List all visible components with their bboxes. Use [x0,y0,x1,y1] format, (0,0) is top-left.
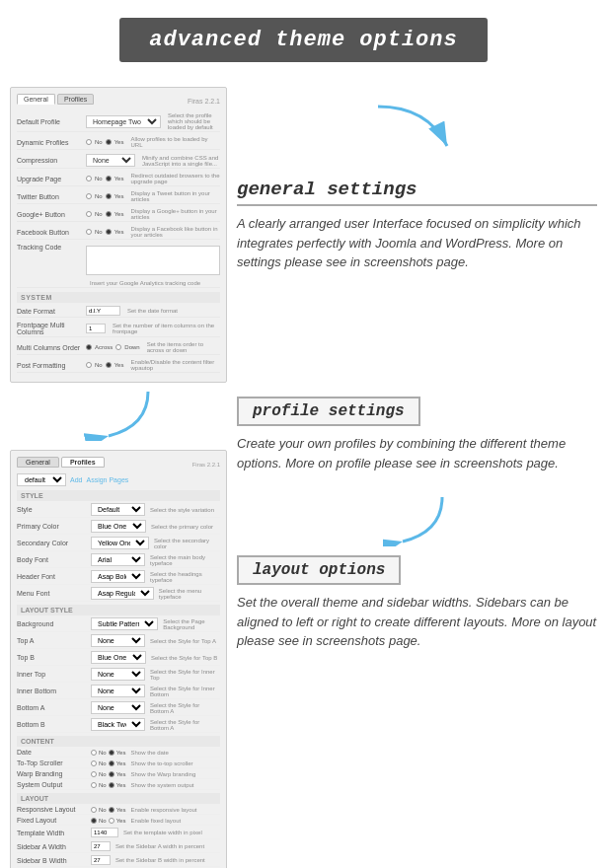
mockup-label-twitter: Twitter Button [17,193,86,200]
mockup-radio-yes-postformat[interactable] [106,362,112,368]
profile-select-menufont[interactable]: Asap Regular [91,587,154,600]
mockup-desc-google: Display a Google+ button in your article… [130,208,220,220]
mockup-radio-no-google[interactable] [86,211,92,217]
profile-radio-yes-totop[interactable] [109,760,114,766]
profile-radio-yes-sysout[interactable] [109,782,114,788]
profile-radio-no-brand[interactable] [91,771,97,777]
profile-label-bg: Background [17,620,91,627]
profile-label-innertop: Inner Top [17,671,91,678]
profile-tabs: General Profiles [17,457,105,468]
mockup-radio-yes-fb[interactable] [106,229,112,235]
profile-control-innertop: None Select the Style for Inner Top [91,668,220,681]
profile-radio-yes-fixed[interactable] [109,818,114,824]
profile-select-bodyfont[interactable]: Arial [91,553,145,566]
mockup-radio-yes-dynamic[interactable] [106,139,112,145]
profile-control-menufont: Asap Regular Select the menu typeface [91,587,220,600]
mockup-label-default-profile: Default Profile [17,118,86,125]
profile-row-sidebara-w: Sidebar A Width Set the Sidebar A width … [17,841,220,853]
layout-desc: Set the overall theme and sidebar widths… [237,593,597,651]
profile-control-primary: Blue One Select the primary color [91,520,220,533]
mockup-tab-general[interactable]: General [17,94,55,105]
profile-select-bottomb[interactable]: Black Two [91,718,145,731]
profile-row-responsive: Responsive Layout No Yes Enable responsi… [17,806,220,815]
mockup-control-date: Set the date format [86,306,220,316]
profile-label-bottomb: Bottom B [17,721,91,728]
profile-select-primary[interactable]: Blue One [91,520,146,533]
profile-select-secondary[interactable]: Yellow One [91,537,149,549]
mockup-select-compression[interactable]: None [86,154,135,167]
mockup-radio-no-postformat[interactable] [86,362,92,368]
profile-label-secondary: Secondary Color [17,540,91,546]
mockup-tabs: General Profiles [17,94,94,105]
profile-desc-sysout: Show the system output [130,782,193,788]
mockup-control-tracking: Insert your Google Analytics tracking co… [86,244,220,286]
profile-radio-no-date[interactable] [91,750,97,756]
profile-radio-no-sysout[interactable] [91,782,97,788]
profile-radio-yes-resp[interactable] [109,807,114,813]
mockup-row-dynamic-profiles: Dynamic Profiles No Yes Allow profiles t… [17,135,220,150]
profile-mockup: General Profiles Firas 2.2.1 default Add… [10,450,227,868]
profile-select-bg[interactable]: Subtle Patterns ----- [91,617,158,630]
profile-section-style: STYLE [17,490,220,501]
profile-assign-link[interactable]: Assign Pages [86,476,128,483]
profile-row-topb: Top B Blue One Select the Style for Top … [17,651,220,666]
mockup-input-multicolumns[interactable] [86,324,106,333]
mockup-label-googleplus: Google+ Button [17,211,86,218]
mockup-control-twitter: No Yes Display a Tweet button in your ar… [86,190,220,202]
mockup-radio-no-upgrade[interactable] [86,176,92,181]
profile-row-fixed: Fixed Layout No Yes Enable fixed layout [17,817,220,826]
profile-row-topa: Top A None Select the Style for Top A [17,634,220,649]
general-mockup-container: General Profiles Firas 2.2.1 Default Pro… [10,77,227,383]
profile-tab-general[interactable]: General [17,457,59,468]
profile-row-sidebarb-w: Sidebar B Width Set the Sidebar B width … [17,855,220,867]
mockup-control-postformat: No Yes Enable/Disable the content filter… [86,359,220,371]
profile-select-innertop[interactable]: None [91,668,145,681]
mockup-radio-no-twitter[interactable] [86,193,92,199]
profile-select-bottoma[interactable]: None [91,701,145,714]
mockup-label-postformat: Post Formatting [17,362,86,369]
profile-label-branding: Warp Branding [17,770,91,777]
profile-radio-no-resp[interactable] [91,807,97,813]
mockup-control-multicolumns: Set the number of item columns on the fr… [86,323,220,334]
general-description-area: general settings A clearly arranged user… [237,77,597,272]
profile-radio-no-totop[interactable] [91,760,97,766]
mockup-row-date: Date Format Set the date format [17,305,220,318]
mockup-radio-no-dynamic[interactable] [86,139,92,145]
arrow-curved-layout [383,492,452,546]
top-section: General Profiles Firas 2.2.1 Default Pro… [0,72,607,383]
profile-radio-no-fixed[interactable] [91,818,97,824]
profile-row-background: Background Subtle Patterns ----- Select … [17,617,220,632]
mockup-radio-yes-upgrade[interactable] [106,176,112,181]
mockup-input-date[interactable] [86,306,120,316]
profile-version: Firas 2.2.1 [192,462,220,468]
mockup-desc-columnsorder: Set the items order to across or down [147,341,220,353]
mockup-radio-down[interactable] [115,344,121,350]
profile-radio-yes-date[interactable] [109,750,114,756]
profile-add-select[interactable]: default [17,473,66,486]
profile-row-primary-color: Primary Color Blue One Select the primar… [17,520,220,535]
mockup-radio-yes-twitter[interactable] [106,193,112,199]
profile-select-topb[interactable]: Blue One [91,651,146,664]
profile-select-headerfont[interactable]: Asap Bold [91,570,145,583]
profile-input-sidebarawidth[interactable] [91,841,111,851]
mockup-radio-no-fb[interactable] [86,229,92,235]
profile-control-twidth: Set the template width in pixel [91,828,220,837]
profile-select-innerbottom[interactable]: None [91,685,145,697]
profile-add-link[interactable]: Add [70,476,82,483]
mockup-textarea-tracking[interactable] [86,246,220,275]
profile-input-sidebarbwidth[interactable] [91,855,111,865]
profile-radio-yes-brand[interactable] [109,771,114,777]
mockup-desc-twitter: Display a Tweet button in your articles [130,190,220,202]
mockup-label-columnsorder: Multi Columns Order [17,344,86,351]
mockup-radio-across[interactable] [86,344,92,350]
mockup-select-default-profile[interactable]: Homepage Two [86,115,161,128]
profile-tab-profiles[interactable]: Profiles [61,457,105,468]
profile-desc-branding: Show the Warp branding [130,771,195,777]
profile-input-twidth[interactable] [91,828,118,837]
mockup-tab-profiles[interactable]: Profiles [57,94,94,105]
profile-row-innerbottom: Inner Bottom None Select the Style for I… [17,685,220,699]
mockup-radio-yes-google[interactable] [106,211,112,217]
mockup-label-compression: Compression [17,157,86,164]
profile-select-style[interactable]: Default [91,503,145,516]
profile-select-topa[interactable]: None [91,634,145,647]
